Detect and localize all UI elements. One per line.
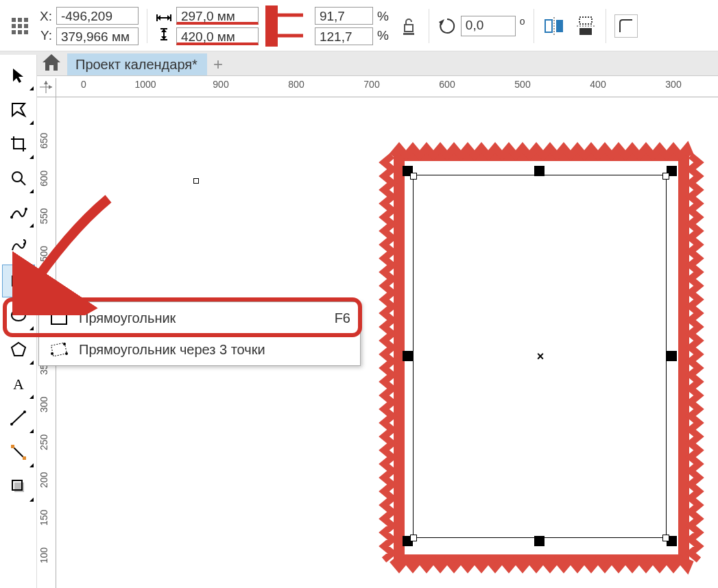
svg-marker-52 bbox=[44, 81, 48, 84]
svg-rect-46 bbox=[11, 445, 14, 448]
svg-rect-8 bbox=[24, 30, 28, 34]
flyout-item-label: Прямоугольник bbox=[79, 310, 176, 326]
polygon-tool[interactable] bbox=[2, 333, 35, 366]
svg-point-56 bbox=[51, 352, 53, 355]
handle-bc[interactable] bbox=[534, 536, 545, 546]
width-icon bbox=[156, 11, 172, 25]
ruler-tick: 500 bbox=[38, 246, 49, 262]
svg-rect-28 bbox=[579, 17, 592, 24]
lock-ratio-icon[interactable] bbox=[397, 14, 420, 38]
y-label: Y: bbox=[40, 26, 52, 45]
handle-tc[interactable] bbox=[534, 166, 545, 176]
scale-x-field[interactable]: 91,7 bbox=[315, 7, 373, 25]
node[interactable] bbox=[410, 535, 417, 541]
ruler-horizontal[interactable]: 0 1000 900 800 700 600 500 400 300 bbox=[56, 78, 718, 97]
svg-marker-53 bbox=[49, 85, 52, 89]
svg-rect-3 bbox=[12, 24, 16, 28]
width-field[interactable]: 297,0 мм bbox=[176, 7, 259, 25]
node[interactable] bbox=[662, 535, 669, 541]
rotation-field[interactable]: 0,0 bbox=[461, 16, 516, 36]
svg-marker-24 bbox=[439, 19, 444, 25]
svg-point-57 bbox=[63, 343, 66, 345]
mirror-v-icon[interactable] bbox=[574, 14, 597, 38]
ruler-tick: 1000 bbox=[134, 79, 156, 90]
rotation-unit: o bbox=[520, 16, 525, 27]
document-tab[interactable]: Проект календаря* bbox=[67, 53, 207, 75]
pick-tool[interactable] bbox=[2, 59, 35, 92]
svg-rect-38 bbox=[12, 276, 25, 286]
ruler-tick: 100 bbox=[38, 548, 49, 563]
ruler-tick: 250 bbox=[38, 434, 49, 450]
rectangle-tool[interactable] bbox=[2, 265, 35, 297]
svg-marker-31 bbox=[43, 54, 60, 71]
origin-icon[interactable] bbox=[8, 14, 32, 38]
svg-rect-54 bbox=[51, 312, 67, 324]
x-field[interactable]: -496,209 мм bbox=[56, 7, 139, 25]
new-tab-button[interactable]: + bbox=[207, 53, 229, 75]
rotate-icon bbox=[438, 16, 457, 36]
divider bbox=[147, 9, 147, 43]
crop-tool[interactable] bbox=[2, 127, 35, 160]
svg-point-36 bbox=[10, 216, 13, 219]
divider bbox=[606, 9, 606, 43]
percent-label: % bbox=[377, 7, 389, 26]
ruler-tick: 450 bbox=[38, 284, 49, 299]
svg-rect-23 bbox=[403, 33, 414, 35]
handle-mr[interactable] bbox=[667, 351, 677, 361]
handle-ml[interactable] bbox=[403, 351, 413, 361]
ruler-tick: 300 bbox=[665, 79, 681, 90]
svg-point-44 bbox=[23, 411, 26, 413]
svg-marker-32 bbox=[13, 69, 23, 83]
ruler-tick: 300 bbox=[38, 397, 49, 413]
flyout-item-rectangle[interactable]: Прямоугольник F6 bbox=[39, 302, 360, 334]
svg-rect-6 bbox=[12, 30, 16, 34]
svg-point-39 bbox=[12, 310, 25, 321]
svg-rect-26 bbox=[556, 20, 563, 32]
y-field[interactable]: 379,966 мм bbox=[56, 27, 139, 45]
svg-line-35 bbox=[21, 180, 25, 185]
ruler-tick: 600 bbox=[439, 79, 455, 90]
home-icon[interactable] bbox=[41, 53, 62, 74]
shape-tool[interactable] bbox=[2, 93, 35, 126]
dimension-tool[interactable] bbox=[2, 402, 35, 434]
connector-tool[interactable] bbox=[2, 436, 35, 469]
tab-bar: Проект календаря* + bbox=[0, 51, 718, 76]
node[interactable] bbox=[662, 173, 669, 180]
svg-marker-33 bbox=[12, 103, 25, 116]
toolbox: A bbox=[0, 55, 37, 588]
ruler-tick: 700 bbox=[363, 79, 379, 90]
text-tool[interactable]: A bbox=[2, 367, 35, 400]
freehand-tool[interactable] bbox=[2, 196, 35, 229]
rectangle-icon bbox=[49, 308, 69, 328]
drop-shadow-tool[interactable] bbox=[2, 470, 35, 503]
center-marker: × bbox=[537, 350, 545, 364]
svg-point-34 bbox=[12, 172, 22, 182]
ruler-tick: 0 bbox=[81, 79, 86, 90]
ruler-tick: 200 bbox=[38, 472, 49, 488]
percent-label: % bbox=[377, 26, 389, 45]
flyout-item-rect3pt[interactable]: Прямоугольник через 3 точки bbox=[39, 334, 360, 365]
rectangle-flyout: Прямоугольник F6 Прямоугольник через 3 т… bbox=[38, 302, 361, 366]
ruler-tick: 800 bbox=[288, 79, 304, 90]
svg-marker-40 bbox=[12, 343, 25, 356]
svg-rect-1 bbox=[18, 18, 22, 22]
height-field[interactable]: 420,0 мм bbox=[176, 27, 259, 45]
svg-rect-5 bbox=[24, 24, 28, 28]
mirror-h-icon[interactable] bbox=[542, 14, 566, 38]
corner-type-icon[interactable] bbox=[614, 14, 638, 38]
svg-rect-7 bbox=[18, 30, 22, 34]
zoom-tool[interactable] bbox=[2, 162, 35, 195]
ruler-tick: 500 bbox=[514, 79, 530, 90]
divider bbox=[534, 9, 534, 43]
svg-point-58 bbox=[65, 352, 68, 355]
ruler-origin[interactable] bbox=[37, 78, 56, 97]
scale-y-field[interactable]: 121,7 bbox=[315, 27, 373, 45]
node[interactable] bbox=[410, 173, 417, 180]
ruler-tick: 650 bbox=[38, 133, 49, 149]
svg-rect-47 bbox=[23, 456, 26, 460]
ellipse-tool[interactable] bbox=[2, 299, 35, 332]
svg-point-43 bbox=[10, 423, 13, 426]
artistic-media-tool[interactable] bbox=[2, 230, 35, 263]
height-icon bbox=[156, 27, 172, 41]
x-label: X: bbox=[40, 7, 52, 26]
